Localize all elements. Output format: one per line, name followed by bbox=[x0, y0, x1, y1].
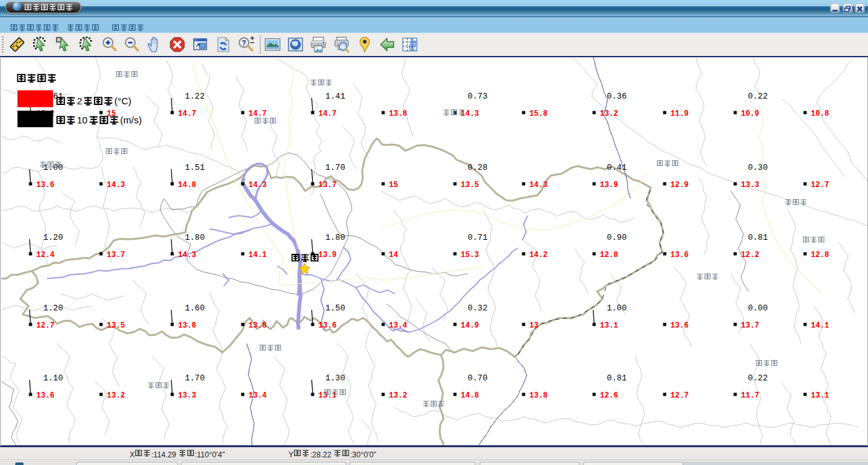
svg-text:2: 2 bbox=[77, 95, 82, 106]
svg-text:13.3: 13.3 bbox=[741, 181, 759, 190]
svg-text:11.9: 11.9 bbox=[670, 109, 689, 118]
svg-text:1.22: 1.22 bbox=[185, 92, 205, 101]
svg-text:13.5: 13.5 bbox=[461, 181, 479, 190]
svg-text:13.4: 13.4 bbox=[389, 321, 407, 330]
svg-text:1.30: 1.30 bbox=[325, 373, 345, 383]
svg-text:13.3: 13.3 bbox=[178, 391, 196, 400]
svg-text:14.3: 14.3 bbox=[461, 109, 479, 118]
svg-text:12.7: 12.7 bbox=[36, 321, 55, 330]
svg-text:12.8: 12.8 bbox=[600, 251, 618, 260]
svg-text:0.36: 0.36 bbox=[607, 92, 627, 101]
svg-text:12.8: 12.8 bbox=[811, 251, 829, 260]
svg-text:0.71: 0.71 bbox=[468, 233, 487, 242]
svg-text:13.9: 13.9 bbox=[318, 251, 337, 260]
svg-text:13.2: 13.2 bbox=[600, 109, 618, 118]
svg-text:10.9: 10.9 bbox=[741, 109, 759, 118]
svg-text:14.3: 14.3 bbox=[529, 181, 548, 190]
svg-text:0.81: 0.81 bbox=[748, 233, 768, 242]
svg-text:0.73: 0.73 bbox=[468, 92, 487, 101]
svg-text:13.7: 13.7 bbox=[318, 181, 337, 190]
svg-text:1.70: 1.70 bbox=[185, 373, 205, 383]
svg-text:14.2: 14.2 bbox=[529, 251, 548, 260]
svg-text:13.5: 13.5 bbox=[107, 321, 125, 330]
svg-text:1.80: 1.80 bbox=[325, 233, 345, 242]
svg-text:1.70: 1.70 bbox=[325, 163, 345, 172]
svg-text:(°C): (°C) bbox=[114, 95, 132, 106]
svg-text:10.8: 10.8 bbox=[811, 109, 829, 118]
svg-text:1.50: 1.50 bbox=[325, 303, 345, 313]
svg-text:13.6: 13.6 bbox=[36, 181, 55, 190]
svg-text:1.41: 1.41 bbox=[325, 92, 345, 101]
svg-text:1.00: 1.00 bbox=[607, 303, 627, 313]
svg-text:0.41: 0.41 bbox=[607, 163, 627, 172]
svg-text:(m/s): (m/s) bbox=[120, 115, 142, 125]
svg-text:14.1: 14.1 bbox=[248, 251, 267, 260]
svg-text:13: 13 bbox=[529, 321, 538, 330]
svg-text:0.70: 0.70 bbox=[468, 373, 487, 383]
svg-text:13.8: 13.8 bbox=[178, 321, 196, 330]
svg-text:13.8: 13.8 bbox=[529, 391, 548, 400]
svg-text:14.8: 14.8 bbox=[178, 181, 196, 190]
svg-text:13.6: 13.6 bbox=[670, 321, 689, 330]
svg-text:13.8: 13.8 bbox=[389, 109, 407, 118]
svg-text:13.9: 13.9 bbox=[600, 181, 618, 190]
svg-text:15: 15 bbox=[389, 181, 398, 190]
svg-text:1.80: 1.80 bbox=[185, 233, 205, 242]
svg-text:14.9: 14.9 bbox=[461, 321, 479, 330]
svg-text:13.2: 13.2 bbox=[107, 391, 125, 400]
svg-text:0.22: 0.22 bbox=[748, 373, 768, 383]
svg-text:14.1: 14.1 bbox=[811, 321, 829, 330]
svg-text:1.51: 1.51 bbox=[185, 163, 205, 172]
svg-text:0.22: 0.22 bbox=[748, 92, 768, 101]
svg-text:13.7: 13.7 bbox=[107, 251, 125, 260]
svg-text:14.3: 14.3 bbox=[248, 181, 267, 190]
svg-text:15.3: 15.3 bbox=[461, 251, 479, 260]
svg-text:14.8: 14.8 bbox=[461, 391, 479, 400]
svg-text:0.30: 0.30 bbox=[748, 163, 768, 172]
svg-text:1.10: 1.10 bbox=[43, 373, 63, 383]
svg-text:12.9: 12.9 bbox=[670, 181, 689, 190]
svg-text:0.90: 0.90 bbox=[607, 233, 627, 242]
svg-text:12.7: 12.7 bbox=[670, 391, 689, 400]
svg-text:0.32: 0.32 bbox=[468, 303, 487, 313]
svg-text:14.3: 14.3 bbox=[107, 181, 125, 190]
svg-text:13.2: 13.2 bbox=[389, 391, 407, 400]
svg-text:15.8: 15.8 bbox=[529, 109, 548, 118]
svg-text:1.20: 1.20 bbox=[43, 233, 63, 242]
svg-text:12.7: 12.7 bbox=[811, 181, 829, 190]
svg-text:14.7: 14.7 bbox=[318, 109, 337, 118]
svg-text:13.1: 13.1 bbox=[600, 321, 618, 330]
svg-text:12.2: 12.2 bbox=[741, 251, 759, 260]
svg-text:14.3: 14.3 bbox=[178, 251, 196, 260]
svg-text:1.60: 1.60 bbox=[185, 303, 205, 313]
svg-text:1.20: 1.20 bbox=[43, 303, 63, 313]
svg-text:0.00: 0.00 bbox=[748, 303, 768, 313]
svg-text:13.6: 13.6 bbox=[36, 391, 55, 400]
svg-text:13.7: 13.7 bbox=[741, 321, 759, 330]
svg-text:11.7: 11.7 bbox=[741, 391, 759, 400]
svg-text:14.7: 14.7 bbox=[178, 109, 196, 118]
svg-text:13.6: 13.6 bbox=[318, 321, 337, 330]
svg-text:14: 14 bbox=[389, 251, 398, 260]
svg-text:14.7: 14.7 bbox=[248, 109, 267, 118]
svg-text:10: 10 bbox=[77, 115, 88, 125]
svg-text:?: ? bbox=[241, 39, 246, 48]
svg-text:0.28: 0.28 bbox=[468, 163, 487, 172]
svg-text:13.6: 13.6 bbox=[670, 251, 689, 260]
svg-text:0.81: 0.81 bbox=[607, 373, 627, 383]
svg-text:13.1: 13.1 bbox=[811, 391, 829, 400]
svg-text:12.6: 12.6 bbox=[600, 391, 618, 400]
svg-text:13.4: 13.4 bbox=[248, 391, 267, 400]
svg-text:12.4: 12.4 bbox=[36, 251, 55, 260]
svg-text:13.8: 13.8 bbox=[248, 321, 267, 330]
